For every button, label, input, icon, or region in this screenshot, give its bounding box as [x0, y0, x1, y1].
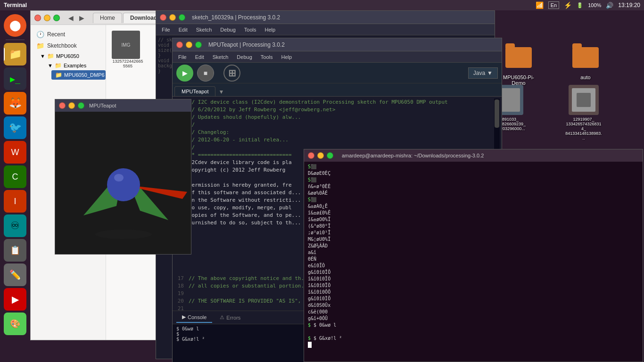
- term-line-23: c&ê(000: [308, 309, 639, 315]
- forward-button[interactable]: ▶: [77, 13, 86, 23]
- launcher-thunderbird[interactable]: 🐦: [4, 116, 26, 139]
- launcher-inkscape[interactable]: ✏️: [4, 263, 26, 286]
- battery-indicator: 🔋: [577, 2, 583, 8]
- proc2-tabbar: MPUTeapot ▼: [173, 83, 502, 97]
- launcher-app1[interactable]: 📋: [4, 239, 26, 262]
- java-mode-button[interactable]: Java ▼: [468, 67, 498, 79]
- minimize-button[interactable]: [44, 15, 50, 21]
- back-button[interactable]: ◀: [66, 13, 75, 23]
- scrollbar-thumb[interactable]: [495, 99, 499, 128]
- tree-examples[interactable]: ▼ 📁 Examples: [44, 61, 106, 70]
- folder-icon-small: 📁: [55, 62, 62, 69]
- tab-home[interactable]: Home: [93, 13, 122, 23]
- term-min[interactable]: [317, 152, 324, 159]
- term-line-24: g&î+0ÓÛ: [308, 315, 639, 322]
- desktop-icon-img2[interactable]: 12919907_1334265743268314_84133414813898…: [565, 85, 603, 140]
- folder-icon: 📁: [36, 42, 44, 49]
- menu-file-1[interactable]: File: [158, 26, 174, 33]
- term-line-18: î&î0î0ÏÒ: [308, 276, 639, 282]
- battery-percent: 100%: [588, 2, 601, 8]
- launcher-writer[interactable]: W: [4, 141, 26, 164]
- proc1-close[interactable]: [160, 14, 166, 21]
- sketch-min[interactable]: [68, 102, 75, 109]
- term-line-2: D&øøE0ÈÇ: [308, 170, 639, 177]
- launcher-calc[interactable]: C: [4, 165, 26, 188]
- clock-icon: 🕐: [36, 31, 44, 38]
- menu-tools-2[interactable]: Tools: [257, 53, 277, 61]
- sketchbook-label: Sketchbook: [47, 42, 77, 49]
- thumbnail-1: IMG: [112, 31, 140, 59]
- close-button[interactable]: [34, 15, 41, 21]
- desktop-icon-mpu6050-pi-demo[interactable]: MPU6050-Pi-Demo: [500, 42, 537, 86]
- menu-edit-2[interactable]: Edit: [191, 53, 208, 61]
- launcher-files[interactable]: 📁: [4, 43, 26, 66]
- terminal-body[interactable]: S⬛ D&øøE0ÈÇ S⬛ ñ&«ø³0ÈÈ &øø%0ÃÉ S⬛ &±øA0…: [304, 162, 643, 362]
- launcher-gimp[interactable]: 🎨: [4, 313, 26, 335]
- launcher-arduino[interactable]: ♾: [4, 214, 26, 237]
- launcher-youtube[interactable]: ▶: [4, 288, 26, 311]
- term-max[interactable]: [327, 152, 333, 159]
- sidebar-item-sketchbook[interactable]: 📁 Sketchbook: [31, 40, 106, 51]
- term-blank: [308, 329, 639, 335]
- proc1-min[interactable]: [169, 14, 176, 21]
- run-button[interactable]: ▶: [176, 65, 193, 82]
- lower-line-nums: 171819202122: [173, 273, 187, 311]
- term-line-8: î&±ø£0%Ê: [308, 210, 639, 216]
- tab-dropdown-button[interactable]: ▼: [215, 88, 227, 96]
- proc1-titlebar: sketch_160329a | Processing 3.0.2: [156, 11, 495, 24]
- menu-file-2[interactable]: File: [174, 53, 190, 61]
- svg-point-5: [114, 174, 124, 181]
- menu-help-1[interactable]: Help: [261, 26, 279, 33]
- menu-debug-1[interactable]: Debug: [216, 26, 239, 33]
- launcher-impress[interactable]: I: [4, 190, 26, 213]
- file-item-1[interactable]: IMG 13257224426655565: [112, 31, 144, 68]
- menu-tools-1[interactable]: Tools: [240, 26, 260, 33]
- sketch-max[interactable]: [78, 102, 84, 109]
- proc2-close[interactable]: [176, 41, 183, 48]
- console-tab[interactable]: ▶ Console: [176, 312, 212, 323]
- maximize-button[interactable]: [53, 15, 60, 21]
- term-close[interactable]: [308, 152, 314, 159]
- menu-debug-2[interactable]: Debug: [233, 53, 256, 61]
- bluetooth-icon: ⚡: [564, 1, 572, 9]
- dmp6-label: MPU6050_DMP6: [64, 72, 105, 78]
- errors-tab[interactable]: ⚠ Errors: [214, 313, 246, 322]
- proc2-min[interactable]: [186, 41, 192, 48]
- volume-icon: 🔊: [606, 2, 613, 9]
- menu-sketch-2[interactable]: Sketch: [209, 53, 232, 61]
- folder-icon-small: 📁: [55, 72, 62, 78]
- file-tree: ▼ 📁 MPU6050 ▼ 📁 Examples 📁 MPU6050_DMP6: [31, 51, 106, 80]
- proc1-max[interactable]: [179, 14, 185, 21]
- folder-label-2: auto: [580, 74, 590, 80]
- term-line-14: a&î: [308, 249, 639, 256]
- recent-label: Recent: [47, 31, 65, 38]
- term-line-11: ;ø²øì0¹Î: [308, 230, 639, 236]
- sketch-close[interactable]: [59, 102, 66, 109]
- launcher-firefox[interactable]: 🦊: [4, 92, 26, 115]
- menu-edit-1[interactable]: Edit: [175, 26, 191, 33]
- term-line-10: (&³ø80°Î: [308, 223, 639, 230]
- debug-button[interactable]: ⊞: [223, 65, 240, 82]
- java-label: Java: [473, 70, 485, 76]
- language-indicator[interactable]: En: [548, 1, 559, 9]
- desktop-icon-auto[interactable]: auto: [570, 42, 601, 80]
- tree-mpu6050[interactable]: ▼ 📁 MPU6050: [36, 51, 106, 61]
- launcher: ⬤ 📁 ▶_ 🦊 🐦 W C I ♾ 📋 ✏️ ▶ 🎨: [0, 10, 30, 362]
- proc2-max[interactable]: [195, 41, 202, 48]
- sidebar-item-recent[interactable]: 🕐 Recent: [31, 29, 106, 40]
- thumbnail-label-2: 12919907_1334265743268314_84133414813898…: [565, 117, 603, 140]
- terminal-title: amardeep@amardeep-mishra: ~/Downloads/pr…: [338, 149, 487, 162]
- stop-button[interactable]: ■: [197, 65, 214, 82]
- term-line-7: &±øA0¿Ê: [308, 203, 639, 210]
- tree-dmp6[interactable]: 📁 MPU6050_DMP6: [51, 70, 106, 80]
- folder-label-1: MPU6050-Pi-Demo: [500, 74, 537, 86]
- sketch-tab-mpuTeapot[interactable]: MPUTeapot: [174, 86, 215, 96]
- launcher-ubuntu[interactable]: ⬤: [4, 14, 26, 37]
- term-line-3: S⬛: [308, 177, 639, 183]
- menu-sketch-1[interactable]: Sketch: [192, 26, 216, 33]
- term-cursor: [308, 342, 639, 348]
- menu-help-2[interactable]: Help: [277, 53, 296, 61]
- launcher-terminal[interactable]: ▶_: [4, 67, 26, 90]
- terminal-titlebar: amardeep@amardeep-mishra: ~/Downloads/pr…: [304, 149, 643, 162]
- app-title: Terminal: [4, 2, 27, 8]
